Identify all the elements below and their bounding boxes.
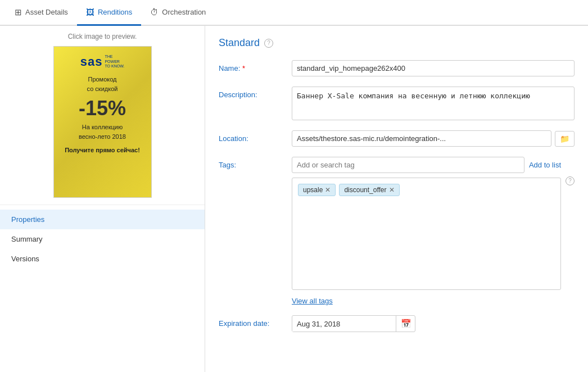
folder-icon-button[interactable]: 📁 [555,131,575,147]
location-label: Location: [219,130,292,143]
preview-image[interactable]: sas THE POWER TO KNOW. Промокод со скидк… [53,46,152,198]
date-input-wrapper: 📅 [292,315,415,332]
description-textarea[interactable]: Баннер X-Sale <span style="color:#5b9bd5… [292,87,575,120]
tags-container: Add to list upsale ✕ discount_offer ✕ [292,157,561,305]
location-row: Location: 📁 [219,130,575,147]
grid-icon: ⊞ [15,7,22,17]
discount-text: -15% [79,97,126,120]
tags-box: upsale ✕ discount_offer ✕ [292,178,561,290]
tag-discount-offer: discount_offer ✕ [339,184,399,196]
sidebar-item-versions[interactable]: Versions [0,249,205,269]
main-layout: Click image to preview. sas THE POWER TO… [0,26,588,372]
tag-upsale-label: upsale [303,186,323,194]
tab-renditions[interactable]: 🖼 Renditions [77,0,141,26]
tags-info-icon[interactable]: ? [566,176,575,185]
promo-text: Промокод со скидкой [87,75,118,93]
tags-list: upsale ✕ discount_offer ✕ [298,184,555,196]
tags-label: Tags: [219,157,292,169]
tab-orchestration[interactable]: ⏱ Orchestration [141,0,215,26]
view-all-tags-link[interactable]: View all tags [292,297,333,305]
sas-tagline: THE POWER TO KNOW. [105,55,124,69]
name-required: * [242,64,245,72]
sidebar-item-summary[interactable]: Summary [0,229,205,249]
tab-asset-details-label: Asset Details [25,8,68,16]
tags-help-row: View all tags [292,290,561,305]
section-title-text: Standard [219,37,260,49]
tags-info-area: ? [561,157,575,185]
tags-search-row: Add to list [292,157,561,173]
add-to-list-button[interactable]: Add to list [529,161,561,169]
tab-bar: ⊞ Asset Details 🖼 Renditions ⏱ Orchestra… [0,0,588,26]
tags-row: Tags: Add to list upsale ✕ discount_offe… [219,157,575,305]
location-input[interactable] [292,130,551,147]
name-input[interactable] [292,60,575,76]
description-row: Description: Баннер X-Sale <span style="… [219,87,575,120]
left-panel: Click image to preview. sas THE POWER TO… [0,26,205,372]
clock-icon: ⏱ [150,7,159,17]
name-row: Name: * [219,60,575,76]
expiration-row: Expiration date: 📅 [219,315,575,332]
sidebar-nav: Properties Summary Versions [0,205,205,372]
tag-discount-offer-remove[interactable]: ✕ [389,187,395,193]
tag-discount-offer-label: discount_offer [344,186,386,194]
preview-hint: Click image to preview. [7,33,198,40]
description-label: Description: [219,87,292,99]
section-title: Standard ? [219,37,575,49]
expiration-label: Expiration date: [219,315,292,328]
calendar-icon-button[interactable]: 📅 [396,316,416,332]
location-input-group: 📁 [292,130,575,147]
expiration-date-input[interactable] [292,316,396,332]
tab-orchestration-label: Orchestration [162,8,206,16]
sas-text: sas [80,55,103,69]
preview-area: Click image to preview. sas THE POWER TO… [0,26,205,205]
tag-upsale-remove[interactable]: ✕ [325,187,331,193]
info-icon[interactable]: ? [264,39,273,48]
cta-text: Получите прямо сейчас! [65,147,140,153]
tags-search-input[interactable] [292,157,524,173]
tag-upsale: upsale ✕ [298,184,336,196]
right-panel: Standard ? Name: * Description: Баннер X… [205,26,588,372]
tab-asset-details[interactable]: ⊞ Asset Details [6,0,77,26]
tab-renditions-label: Renditions [98,8,132,16]
sidebar-item-properties[interactable]: Properties [0,210,205,229]
name-label: Name: * [219,60,292,72]
image-icon: 🖼 [86,7,94,17]
sas-logo: sas THE POWER TO KNOW. [80,55,125,69]
collection-text: На коллекцию весно-лето 2018 [79,123,126,141]
